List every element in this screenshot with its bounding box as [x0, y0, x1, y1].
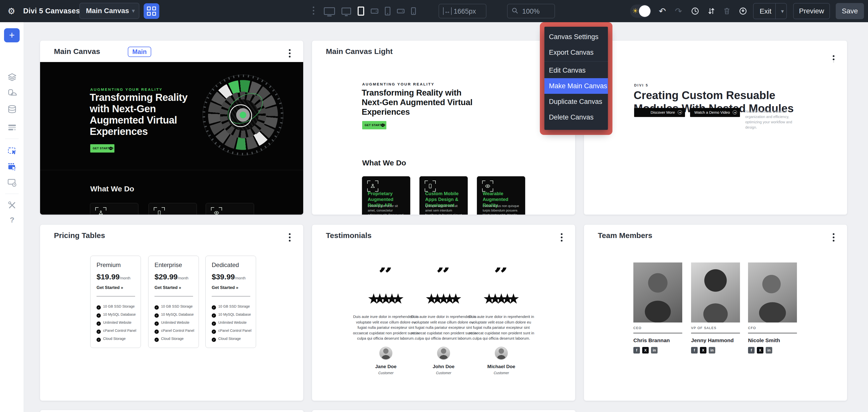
menu-item-duplicate-canvas[interactable]: Duplicate Canvas — [545, 94, 608, 110]
x-twitter-icon[interactable]: X — [642, 347, 649, 353]
hero-eyebrow: AUGMENTING YOUR REALITY — [90, 87, 162, 91]
watch-demo-label: Watch a Demo Video — [694, 110, 730, 115]
layers-icon[interactable] — [7, 72, 17, 82]
card-menu-kebab[interactable] — [288, 49, 291, 59]
canvas-context-menu: Canvas Settings Export Canvas Edit Canva… — [545, 27, 608, 130]
add-new-button[interactable]: + — [4, 28, 20, 42]
canvas-card-main[interactable]: Main Canvas Main AUGMENTING YOUR REALITY… — [40, 40, 304, 215]
desktop-small-preview-icon[interactable] — [341, 7, 351, 14]
canvas-card-partial[interactable] — [40, 410, 304, 412]
member-name: Jenny Hammond — [691, 337, 740, 344]
service-card — [90, 203, 138, 215]
tablet-preview-icon-active[interactable] — [358, 6, 364, 16]
responsive-width-field[interactable]: ↔ 1665px — [438, 4, 487, 19]
main-badge: Main — [128, 47, 151, 57]
get-started-button[interactable]: GET STARTED ➜ — [90, 144, 115, 152]
database-icon[interactable] — [7, 105, 17, 114]
canvas-card-pricing[interactable]: Pricing Tables Premium $19.99/month Get … — [40, 225, 304, 401]
pricing-plan: Enterprise $29.99/month Get Started » ✓1… — [148, 256, 199, 348]
canvas-card-partial[interactable] — [312, 410, 576, 412]
plan-price: $19.99 — [96, 272, 120, 281]
canvas-card-main-light[interactable]: Main Canvas Light AUGMENTING YOUR REALIT… — [312, 40, 576, 215]
history-icon[interactable] — [690, 6, 700, 16]
responsive-width-value: 1665px — [454, 7, 476, 16]
settings-gear-icon[interactable]: ⚙ — [7, 5, 15, 17]
shapes-icon[interactable] — [7, 88, 17, 98]
plan-feature: ✓10 GB SSD Storage — [96, 304, 137, 310]
save-button[interactable]: Save — [836, 3, 864, 19]
linkedin-icon[interactable]: in — [766, 347, 772, 353]
plan-period: /month — [178, 276, 188, 280]
linkedin-icon[interactable]: in — [651, 347, 657, 353]
menu-item-delete-canvas[interactable]: Delete Canvas — [545, 110, 608, 125]
hero-radial-graphic — [200, 72, 286, 158]
service-card: Proprietary Augmented Reality API Lorem … — [362, 176, 410, 215]
x-twitter-icon[interactable]: X — [757, 347, 764, 353]
phone-small-preview-icon[interactable] — [411, 7, 416, 15]
grid-view-button[interactable] — [144, 3, 159, 19]
x-twitter-icon[interactable]: X — [700, 347, 707, 353]
width-arrows-icon: ↔ — [443, 7, 452, 15]
phone-icon — [425, 180, 436, 192]
tools-icon[interactable] — [7, 201, 17, 210]
trash-icon[interactable] — [722, 6, 732, 16]
theme-toggle[interactable]: ☀ — [630, 4, 651, 18]
hero-heading-line: Transforming Reality — [90, 92, 187, 103]
plan-cta-link[interactable]: Get Started » — [96, 285, 123, 290]
card-menu-kebab[interactable] — [832, 233, 835, 243]
tablet-landscape-preview-icon[interactable] — [371, 8, 378, 13]
module-visibility-icon[interactable] — [7, 178, 17, 187]
canvas-selector-dropdown[interactable]: Main Canvas ▾ — [80, 3, 140, 19]
linkedin-icon[interactable]: in — [709, 347, 715, 353]
zoom-field[interactable]: 100% — [507, 4, 555, 19]
exit-chevron-icon[interactable]: ▾ — [781, 8, 784, 14]
menu-item-export-canvas[interactable]: Export Canvas — [545, 45, 608, 60]
testimonial-name: Michael Doe — [466, 364, 537, 370]
plan-cta-link[interactable]: Get Started » — [155, 285, 181, 290]
facebook-icon[interactable]: f — [748, 347, 754, 353]
canvas-grid-icon[interactable] — [7, 162, 17, 172]
hero-heading-line: with Next-Gen — [90, 103, 156, 115]
watch-demo-button[interactable]: Watch a Demo Video ➜ — [690, 108, 740, 117]
help-icon[interactable]: ? — [7, 215, 17, 225]
card-menu-kebab[interactable] — [560, 233, 563, 243]
plan-feature: ✓cPanel Control Panel — [96, 328, 137, 334]
desktop-preview-icon[interactable] — [324, 7, 335, 15]
get-started-button[interactable]: GET STARTED ➜ — [362, 121, 386, 129]
plan-cta-link[interactable]: Get Started » — [212, 285, 239, 290]
arrow-circle-icon: ➜ — [678, 110, 682, 115]
menu-item-make-main-canvas[interactable]: Make Main Canvas — [545, 78, 608, 94]
exit-divider — [775, 3, 776, 19]
plan-name: Premium — [96, 262, 121, 268]
canvas-card-nested-modules[interactable]: DIVI 5 Creating Custom Resuable Modules … — [584, 40, 847, 215]
app-title: Divi 5 Canvases — [23, 7, 80, 15]
facebook-icon[interactable]: f — [633, 347, 640, 353]
plan-feature: ✓10 MySQL Database — [96, 313, 137, 318]
service-card — [149, 203, 197, 215]
exit-button[interactable]: Exit ▾ — [753, 3, 787, 19]
hero-heading-line: Experiences — [362, 107, 410, 117]
redo-icon[interactable]: ↷ — [674, 6, 683, 16]
sort-arrows-icon[interactable] — [706, 6, 716, 16]
menu-item-edit-canvas[interactable]: Edit Canvas — [545, 62, 608, 78]
discover-more-button[interactable]: Discover More ➜ — [634, 108, 685, 117]
facebook-icon[interactable]: f — [691, 347, 698, 353]
pricing-plan: Premium $19.99/month Get Started » ✓10 G… — [90, 256, 141, 348]
avatar — [379, 347, 393, 360]
canvas-preview-light: DIVI 5 Creating Custom Resuable Modules … — [584, 62, 847, 215]
portability-icon[interactable] — [738, 6, 748, 16]
preview-button[interactable]: Preview — [793, 3, 830, 19]
canvas-card-team[interactable]: Team Members CEO Chris Brannan f X in VP… — [584, 225, 847, 401]
hero-heading-line: Next-Gen Augmented Virtual — [362, 97, 472, 107]
canvas-card-testimonials[interactable]: Testimonials ” ★★★★★ Duis aute irure dol… — [312, 225, 576, 401]
menu-item-canvas-settings[interactable]: Canvas Settings — [545, 29, 608, 45]
plan-price: $29.99 — [155, 272, 178, 281]
rows-icon[interactable] — [7, 122, 17, 132]
select-canvas-icon[interactable] — [7, 146, 17, 156]
phone-preview-icon[interactable] — [385, 7, 391, 16]
card-menu-kebab[interactable] — [288, 233, 291, 243]
phone-landscape-preview-icon[interactable] — [397, 9, 404, 13]
toolbar-drag-handle[interactable] — [312, 6, 314, 17]
undo-icon[interactable]: ↶ — [657, 6, 668, 16]
plan-feature: ✓cPanel Control Panel — [212, 328, 253, 334]
